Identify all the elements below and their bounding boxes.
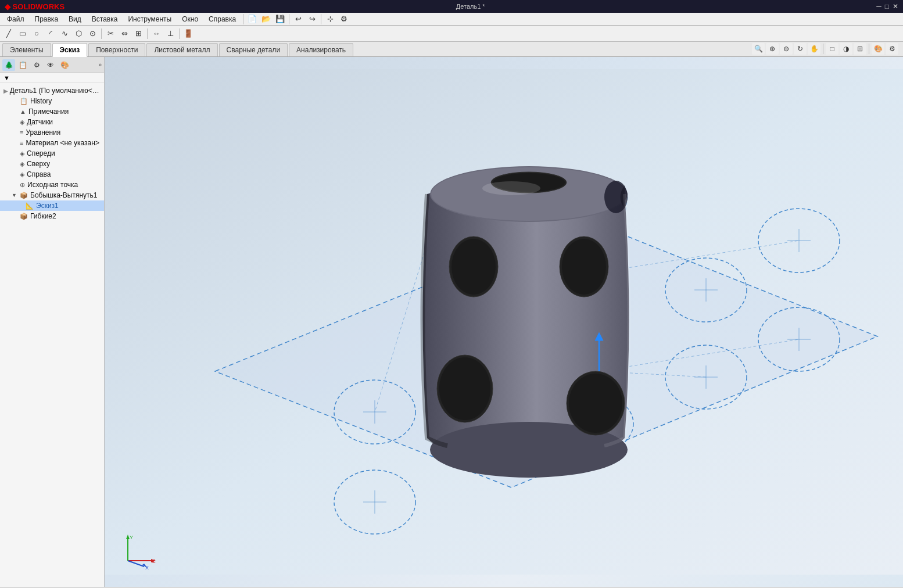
sketch-line[interactable]: ╱ [2, 27, 15, 40]
zoom-out-btn[interactable]: ⊖ [780, 43, 793, 55]
tab-weldments[interactable]: Сварные детали [219, 43, 288, 56]
menubar: Файл Правка Вид Вставка Инструменты Окно… [0, 13, 903, 26]
toolbar2: ╱ ▭ ○ ◜ ∿ ⬡ ⊙ ✂ ⇔ ⊞ ↔ ⊥ 🚪 [0, 26, 903, 42]
view-orientation-btn[interactable]: □ [826, 43, 838, 55]
tree-root-part[interactable]: ▶ Деталь1 (По умолчанию<<По [0, 85, 104, 96]
svg-point-36 [451, 239, 496, 295]
tree-item-flexible2[interactable]: 📦 Гибкие2 [0, 211, 104, 221]
feature-tree: ▶ Деталь1 (По умолчанию<<По 📋 History ▲ … [0, 83, 104, 224]
relation-btn[interactable]: ⊥ [164, 27, 177, 40]
tree-item-notes[interactable]: ▲ Примечания [0, 106, 104, 117]
mirror-btn[interactable]: ⇔ [118, 27, 131, 40]
menu-file[interactable]: Файл [2, 14, 29, 24]
tb-sep1 [289, 14, 289, 24]
menu-tools[interactable]: Инструменты [123, 14, 176, 24]
tree-item-front[interactable]: ◈ Спереди [0, 148, 104, 159]
trim-btn[interactable]: ✂ [104, 27, 117, 40]
new-btn[interactable]: 📄 [246, 13, 259, 26]
notes-icon: ▲ [20, 108, 26, 115]
svg-point-38 [562, 239, 606, 295]
zoom-to-fit-btn[interactable]: 🔍 [752, 43, 765, 55]
tree-item-history[interactable]: 📋 History [0, 96, 104, 106]
equations-icon: ≡ [20, 129, 23, 136]
window-controls[interactable]: ─ □ ✕ [876, 2, 898, 10]
sidebar-tab-properties[interactable]: 📋 [16, 59, 29, 71]
redo-btn[interactable]: ↪ [306, 13, 318, 26]
sketch-circle[interactable]: ○ [30, 27, 43, 40]
menu-edit[interactable]: Правка [30, 14, 63, 24]
tb2-sep2 [147, 28, 148, 39]
sketch-spline[interactable]: ∿ [58, 27, 71, 40]
tree-item-sketch1[interactable]: 📐 Эскиз1 [0, 200, 104, 211]
tb-sep2 [321, 14, 321, 24]
svg-line-52 [128, 561, 144, 567]
exit-sketch[interactable]: 🚪 [182, 27, 195, 40]
tree-item-equations[interactable]: ≡ Уравнения [0, 127, 104, 138]
tb2-sep1 [101, 28, 102, 39]
titlebar: ◆ SOLIDWORKS Деталь1 * ─ □ ✕ [0, 0, 903, 13]
tb2-sep3 [179, 28, 180, 39]
sidebar-more-btn[interactable]: » [98, 62, 102, 68]
view-settings-btn[interactable]: ⚙ [886, 43, 898, 55]
sketch-polygon[interactable]: ⬡ [72, 27, 85, 40]
save-btn[interactable]: 💾 [274, 13, 286, 26]
svg-text:Z: Z [152, 558, 156, 564]
origin-icon: ⊕ [20, 181, 25, 189]
tree-item-material[interactable]: ≡ Материал <не указан> [0, 138, 104, 148]
front-plane-icon: ◈ [20, 150, 24, 157]
sidebar-tab-config[interactable]: ⚙ [30, 59, 43, 71]
close-btn[interactable]: ✕ [893, 2, 898, 10]
open-btn[interactable]: 📂 [260, 13, 273, 26]
tab-sketch[interactable]: Эскиз [52, 43, 88, 57]
select-btn[interactable]: ⊹ [324, 13, 336, 26]
sensors-icon: ◈ [20, 119, 24, 126]
sidebar-tab-display[interactable]: 👁 [44, 59, 57, 71]
svg-text:X: X [145, 565, 149, 569]
view-toolbar: 🔍 ⊕ ⊖ ↻ ✋ □ ◑ ⊟ 🎨 ⚙ [752, 42, 898, 56]
history-icon: 📋 [20, 98, 28, 105]
sidebar: 🌲 📋 ⚙ 👁 🎨 » ▼ ▶ Деталь1 (По умолчанию<<П… [0, 57, 105, 587]
tree-item-origin[interactable]: ⊕ Исходная точка [0, 180, 104, 190]
rotate-btn[interactable]: ↻ [794, 43, 807, 55]
dim-btn[interactable]: ↔ [150, 27, 163, 40]
tree-item-boss-extrude[interactable]: ▼ 📦 Бобышка-Вытянуть1 [0, 190, 104, 200]
tree-item-right[interactable]: ◈ Справа [0, 169, 104, 180]
sidebar-tab-feature-tree[interactable]: 🌲 [2, 59, 15, 71]
menu-window[interactable]: Окно [177, 14, 203, 24]
solidworks-logo: ◆ SOLIDWORKS [5, 2, 64, 11]
menu-insert[interactable]: Вставка [87, 14, 123, 24]
material-icon: ≡ [20, 139, 23, 146]
sidebar-tabs: 🌲 📋 ⚙ 👁 🎨 » [0, 57, 104, 73]
view-sep1 [823, 44, 823, 54]
sketch-rect[interactable]: ▭ [16, 27, 29, 40]
tab-surfaces[interactable]: Поверхности [88, 43, 145, 56]
window-title: Деталь1 * [64, 3, 876, 10]
view-color-btn[interactable]: 🎨 [872, 43, 884, 55]
sketch-offset[interactable]: ⊙ [86, 27, 99, 40]
sketch-arc[interactable]: ◜ [44, 27, 57, 40]
menu-help[interactable]: Справка [204, 14, 241, 24]
tab-analyze[interactable]: Анализировать [289, 43, 353, 56]
tree-item-top[interactable]: ◈ Сверху [0, 159, 104, 169]
tab-sheetmetal[interactable]: Листовой металл [146, 43, 217, 56]
tab-elements[interactable]: Элементы [2, 43, 51, 56]
axis-indicator: Z Y X [122, 535, 157, 569]
view-section-btn[interactable]: ⊟ [854, 43, 866, 55]
viewport[interactable]: Z Y X [105, 57, 903, 587]
pattern-btn[interactable]: ⊞ [132, 27, 145, 40]
sidebar-tab-appearance[interactable]: 🎨 [58, 59, 71, 71]
3d-scene [105, 57, 903, 587]
filter-icon: ▼ [3, 74, 10, 81]
view-shaded-btn[interactable]: ◑ [840, 43, 852, 55]
sketch1-icon: 📐 [26, 202, 34, 210]
menu-view[interactable]: Вид [64, 14, 86, 24]
view-sep2 [869, 44, 869, 54]
svg-text:Y: Y [130, 535, 133, 540]
undo-btn[interactable]: ↩ [292, 13, 304, 26]
zoom-in-btn[interactable]: ⊕ [766, 43, 779, 55]
minimize-btn[interactable]: ─ [876, 2, 881, 10]
pan-btn[interactable]: ✋ [808, 43, 820, 55]
tb-options[interactable]: ⚙ [338, 13, 350, 26]
tree-item-sensors[interactable]: ◈ Датчики [0, 117, 104, 127]
maximize-btn[interactable]: □ [885, 2, 889, 10]
